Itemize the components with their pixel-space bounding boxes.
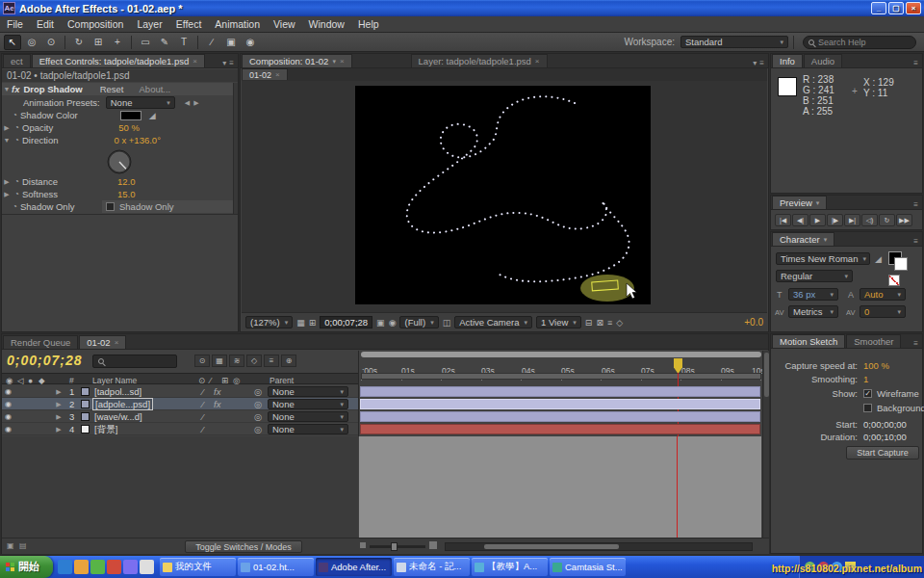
animation-presets-dropdown[interactable]: None ▾ xyxy=(106,96,175,109)
panel-menu-icon[interactable]: ▾≡ xyxy=(749,59,768,67)
quicklaunch-browser-icon[interactable] xyxy=(58,560,72,574)
brush-tool-icon[interactable]: ∕ xyxy=(203,35,220,50)
start-value[interactable]: 0;00;00;00 xyxy=(863,419,907,430)
twirl-closed-icon[interactable]: ▶ xyxy=(54,426,64,434)
stopwatch-icon[interactable]: ◔ xyxy=(10,111,20,119)
timeline-button-icon[interactable]: ≡ xyxy=(607,318,612,328)
close-icon[interactable]: × xyxy=(192,57,197,66)
parent-column-header[interactable]: Parent xyxy=(270,376,294,385)
eye-icon[interactable]: ◉ xyxy=(5,400,12,408)
fx-switch-icon[interactable]: fx xyxy=(214,399,220,409)
layer-name[interactable]: [背景] xyxy=(92,424,119,436)
duration-value[interactable]: 0;00;10;00 xyxy=(863,432,907,442)
quality-switch-icon[interactable]: ⁄ xyxy=(202,386,204,397)
font-family-dropdown[interactable]: Times New Roman ▾ xyxy=(776,252,870,265)
motion-blur-icon[interactable]: ≡ xyxy=(264,355,279,367)
parent-dropdown[interactable]: None▾ xyxy=(268,386,348,397)
timeline-zoom-slider[interactable] xyxy=(370,545,425,548)
twirl-closed-icon[interactable]: ▶ xyxy=(54,401,64,408)
viewer-comp-tab[interactable]: 01-02 × xyxy=(242,68,288,80)
puppet-pin-tool-icon[interactable]: ◉ xyxy=(242,35,259,50)
active-camera-dropdown[interactable]: Active Camera ▾ xyxy=(454,316,532,328)
layer-duration-bar-4[interactable] xyxy=(360,424,760,434)
audio-mute-button[interactable]: ◁) xyxy=(861,214,878,226)
stopwatch-icon[interactable]: ◔ xyxy=(12,136,22,144)
region-of-interest-icon[interactable]: ◫ xyxy=(443,318,451,328)
fast-preview-icon[interactable]: ⊠ xyxy=(596,318,603,328)
panel-menu-icon[interactable]: ≡ xyxy=(910,200,922,209)
twirl-open-icon[interactable]: ▼ xyxy=(2,86,12,92)
smoother-tab[interactable]: Smoother xyxy=(846,334,901,348)
layer-row-4[interactable]: ◉ ▶ 4 [背景] ⁄ ◎ None▾ xyxy=(2,423,358,435)
effect-controls-scrollbar[interactable] xyxy=(233,83,238,214)
view-layout-dropdown[interactable]: 1 View ▾ xyxy=(536,316,581,328)
scrollbar-thumb[interactable] xyxy=(764,353,769,397)
menu-help[interactable]: Help xyxy=(351,16,386,33)
menu-window[interactable]: Window xyxy=(302,16,351,33)
current-time-display[interactable]: 0;00;07;28 xyxy=(7,353,83,368)
flowchart-icon[interactable]: ◇ xyxy=(616,318,623,328)
play-button[interactable]: ▶ xyxy=(809,214,826,226)
stopwatch-icon[interactable]: ◔ xyxy=(10,202,20,211)
taskbar-button-notepad[interactable]: 未命名 - 記... xyxy=(394,558,470,576)
switches-column-icon[interactable]: ⊙ xyxy=(198,376,205,385)
pickwhip-icon[interactable]: ◎ xyxy=(254,399,262,409)
project-panel-tab[interactable]: ect xyxy=(3,54,31,67)
close-icon[interactable]: × xyxy=(275,70,280,79)
trackmatte-column-icon[interactable]: ⊞ xyxy=(221,376,228,385)
twirl-closed-icon[interactable]: ▶ xyxy=(2,178,12,186)
timeline-horizontal-scrollbar[interactable] xyxy=(445,542,753,551)
eye-icon[interactable]: ◉ xyxy=(5,387,12,396)
minimize-button[interactable]: _ xyxy=(871,2,886,14)
help-search-box[interactable] xyxy=(803,36,916,49)
quality-switch-icon[interactable]: ⁄ xyxy=(202,399,204,409)
zoom-tool-icon[interactable]: ⊙ xyxy=(42,35,60,50)
motion-sketch-tab[interactable]: Motion Sketch xyxy=(772,334,845,348)
stopwatch-icon[interactable]: ◔ xyxy=(12,123,22,132)
camera-tool-icon[interactable]: ⊞ xyxy=(90,35,107,50)
type-tool-icon[interactable]: T xyxy=(175,35,192,50)
info-tab[interactable]: Info xyxy=(772,54,803,67)
start-button[interactable]: 開始 xyxy=(0,556,53,578)
panel-menu-icon[interactable]: ▾≡ xyxy=(218,59,238,67)
no-color-swatch[interactable] xyxy=(888,275,900,286)
loop-button[interactable]: ↻ xyxy=(879,214,895,226)
twirl-closed-icon[interactable]: ▶ xyxy=(54,388,64,396)
search-input[interactable] xyxy=(818,38,905,47)
close-button[interactable]: × xyxy=(906,2,921,14)
composition-tab[interactable]: Composition: 01-02 ▾ × xyxy=(242,54,352,67)
next-frame-button[interactable]: |▶ xyxy=(827,214,843,226)
timeline-search-input[interactable] xyxy=(108,356,166,366)
layer-row-2[interactable]: ◉ ▶ 2 [adpole...psd] ⁄ fx ◎ None▾ xyxy=(2,398,358,410)
hide-shy-icon[interactable]: ≋ xyxy=(229,355,244,367)
effect-header-row[interactable]: ▼ fx Drop Shadow Reset About... xyxy=(2,83,238,95)
preview-tab[interactable]: Preview ▾ xyxy=(772,196,827,209)
start-capture-button[interactable]: Start Capture xyxy=(846,446,919,460)
frame-blend-icon[interactable]: ◇ xyxy=(246,355,262,367)
stopwatch-icon[interactable]: ◔ xyxy=(12,177,22,186)
fill-color-swatch[interactable] xyxy=(894,257,908,271)
ram-preview-button[interactable]: ▶▶ xyxy=(896,214,912,226)
shadow-color-swatch[interactable] xyxy=(120,111,141,120)
shadow-only-checkbox[interactable] xyxy=(106,202,115,211)
menu-composition[interactable]: Composition xyxy=(61,16,130,33)
layer-name-column-header[interactable]: Layer Name xyxy=(92,376,137,385)
layer-row-3[interactable]: ◉ ▶ 3 [wave/w...d] ⁄ ◎ None▾ xyxy=(2,410,358,423)
pixel-aspect-icon[interactable]: ⊟ xyxy=(585,318,593,328)
parent-dropdown[interactable]: None▾ xyxy=(268,399,348,409)
restore-button[interactable]: ▢ xyxy=(888,2,904,14)
menu-file[interactable]: File xyxy=(0,16,30,33)
zoom-in-mountain-icon[interactable] xyxy=(429,541,437,549)
direction-value[interactable]: 0 x +136.0° xyxy=(115,135,161,145)
first-frame-button[interactable]: |◀ xyxy=(775,214,791,226)
panel-menu-icon[interactable]: ≡ xyxy=(910,59,922,67)
eyedropper-icon[interactable]: ◢ xyxy=(875,254,882,264)
menu-animation[interactable]: Animation xyxy=(208,16,267,33)
layer-duration-bar-3[interactable] xyxy=(360,411,760,422)
taskbar-button-html-doc[interactable]: 01-02.ht... xyxy=(238,558,314,576)
pan-behind-tool-icon[interactable]: + xyxy=(109,35,126,50)
composition-viewer[interactable] xyxy=(242,81,767,312)
quicklaunch-desktop-icon[interactable] xyxy=(90,560,105,574)
close-icon[interactable]: × xyxy=(535,57,540,66)
composition-canvas[interactable] xyxy=(355,86,651,304)
